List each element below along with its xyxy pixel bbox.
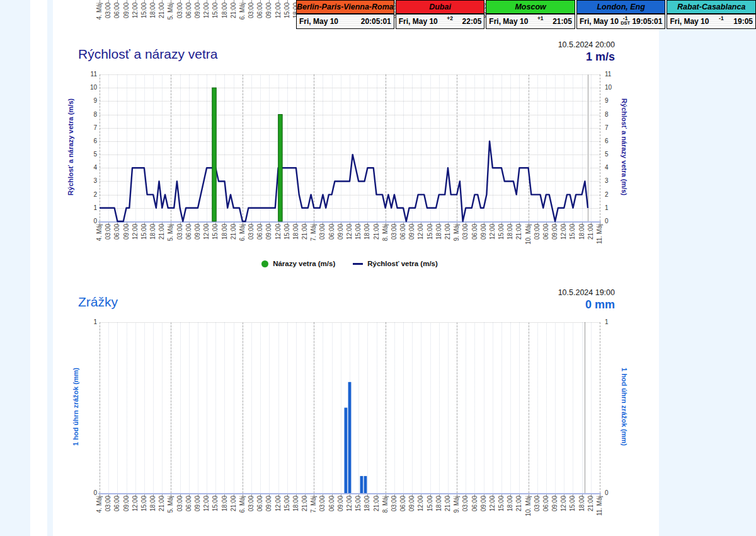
x-tick-label: 18:00 bbox=[292, 224, 300, 262]
world-clock-strip: Berlin-Paris-Vienna-RomaFri, May 1020:05… bbox=[296, 0, 756, 29]
x-tick-label: 10. Máj bbox=[525, 224, 532, 262]
precip-bar bbox=[360, 476, 364, 493]
clock-time: 19:05 bbox=[733, 17, 753, 26]
x-tick-label: 18:00 bbox=[292, 496, 300, 533]
x-tick-label: 21:00 bbox=[444, 224, 452, 262]
x-tick-label: 21:00 bbox=[158, 224, 166, 262]
x-tick-label: 09:00 bbox=[337, 496, 345, 533]
x-tick-label: 4. Máj bbox=[96, 224, 103, 262]
x-tick-label: 12:00 bbox=[132, 496, 139, 533]
x-tick-label: 5. Máj bbox=[167, 496, 175, 533]
x-tick-label: 12:00 bbox=[275, 224, 282, 262]
precip-current-timestamp: 10.5.2024 19:00 bbox=[558, 288, 615, 297]
wind-plot bbox=[100, 74, 600, 223]
x-tick-label: 06:00 bbox=[399, 224, 407, 262]
x-tick-label: 12:00 bbox=[417, 496, 425, 533]
precip-chart-title: Zrážky bbox=[78, 294, 118, 310]
precip-bar bbox=[348, 382, 352, 493]
x-tick-label: 06:00 bbox=[185, 224, 193, 262]
wind-current-timestamp: 10.5.2024 20:00 bbox=[558, 40, 615, 49]
y-tick-label: 4 bbox=[605, 164, 621, 172]
x-tick-label: 03:00 bbox=[534, 224, 541, 262]
x-tick-label: 15:00 bbox=[212, 224, 219, 262]
x-tick-label: 12:00 bbox=[275, 3, 282, 40]
x-tick-label: 21:00 bbox=[301, 496, 309, 533]
legend-item-label: Rýchlosť vetra (m/s) bbox=[367, 260, 438, 267]
x-tick-label: 18:00 bbox=[364, 496, 371, 533]
x-tick-label: 03:00 bbox=[462, 224, 469, 262]
x-tick-label: 03:00 bbox=[105, 3, 112, 40]
x-tick-label: 03:00 bbox=[248, 3, 255, 40]
x-tick-label: 15:00 bbox=[355, 496, 362, 533]
x-tick-label: 18:00 bbox=[221, 3, 229, 40]
x-tick-label: 4. Máj bbox=[96, 3, 103, 40]
x-tick-label: 11. Máj bbox=[596, 496, 604, 533]
world-clock: DubaiFri, May 10+222:05 bbox=[396, 0, 485, 29]
precip-plot bbox=[100, 322, 600, 494]
x-tick-label: 18:00 bbox=[149, 3, 157, 40]
x-tick-label: 18:00 bbox=[435, 496, 443, 533]
x-tick-label: 06:00 bbox=[113, 496, 121, 533]
x-tick-label: 12:00 bbox=[489, 224, 496, 262]
clock-time: 20:05:01 bbox=[361, 17, 391, 26]
clock-date: Fri, May 10 bbox=[399, 17, 438, 26]
y-tick-label: 11 bbox=[81, 71, 97, 78]
x-tick-label: 18:00 bbox=[435, 224, 443, 262]
x-tick-label: 15:00 bbox=[284, 224, 291, 262]
clock-time: 19:05:01 bbox=[632, 17, 662, 26]
x-tick-label: 12:00 bbox=[132, 3, 139, 40]
x-tick-label: 06:00 bbox=[328, 224, 336, 262]
x-tick-label: 8. Máj bbox=[382, 224, 389, 262]
x-tick-label: 06:00 bbox=[399, 496, 407, 533]
x-tick-label: 03:00 bbox=[462, 496, 469, 533]
x-tick-label: 18:00 bbox=[507, 496, 514, 533]
y-tick-label: 5 bbox=[81, 151, 97, 158]
world-clock: Rabat-CasablancaFri, May 10-119:05 bbox=[667, 0, 756, 29]
x-tick-label: 21:00 bbox=[373, 496, 381, 533]
x-tick-label: 09:00 bbox=[551, 224, 559, 262]
x-tick-label: 03:00 bbox=[176, 3, 184, 40]
wind-current-value: 1 m/s bbox=[586, 50, 615, 64]
weather-dashboard-page: Berlin-Paris-Vienna-RomaFri, May 1020:05… bbox=[0, 0, 756, 536]
x-tick-label: 03:00 bbox=[176, 224, 184, 262]
y-tick-label: 2 bbox=[81, 191, 97, 199]
wind-gust-bar bbox=[278, 115, 282, 222]
y-tick-label: 1 bbox=[605, 204, 621, 212]
x-tick-label: 15:00 bbox=[284, 3, 291, 40]
y-tick-label: 10 bbox=[605, 84, 621, 91]
x-tick-label: 18:00 bbox=[364, 224, 371, 262]
y-tick-label: 1 bbox=[605, 318, 621, 326]
x-tick-label: 06:00 bbox=[471, 496, 479, 533]
clock-utc-offset: +1 bbox=[528, 15, 553, 21]
x-tick-label: 15:00 bbox=[355, 224, 362, 262]
y-tick-label: 8 bbox=[81, 111, 97, 119]
x-tick-label: 09:00 bbox=[265, 496, 273, 533]
x-tick-label: 21:00 bbox=[373, 224, 381, 262]
x-tick-label: 06:00 bbox=[542, 224, 550, 262]
x-tick-label: 06:00 bbox=[256, 3, 264, 40]
y-tick-label: 9 bbox=[605, 97, 621, 105]
x-tick-label: 09:00 bbox=[123, 3, 130, 40]
x-tick-label: 06:00 bbox=[256, 496, 264, 533]
clock-city-label: Dubai bbox=[396, 1, 484, 15]
x-tick-label: 18:00 bbox=[221, 496, 229, 533]
y-tick-label: 5 bbox=[605, 151, 621, 158]
y-tick-label: 0 bbox=[81, 489, 97, 497]
y-tick-label: 7 bbox=[81, 124, 97, 132]
x-tick-label: 03:00 bbox=[319, 496, 326, 533]
wind-gust-bar bbox=[212, 88, 216, 221]
x-tick-label: 06:00 bbox=[113, 224, 121, 262]
y-tick-label: 2 bbox=[605, 191, 621, 199]
x-tick-label: 10. Máj bbox=[525, 496, 532, 533]
x-tick-label: 21:00 bbox=[515, 224, 523, 262]
x-tick-label: 09:00 bbox=[408, 496, 416, 533]
charts-render-layer: 4. Máj03:0006:0009:0012:0015:0018:0021:0… bbox=[0, 0, 756, 536]
x-tick-label: 06:00 bbox=[542, 496, 550, 533]
legend-item-speed: Rýchlosť vetra (m/s) bbox=[353, 260, 438, 267]
x-tick-label: 12:00 bbox=[560, 496, 568, 533]
x-tick-label: 03:00 bbox=[248, 224, 255, 262]
x-tick-label: 15:00 bbox=[498, 496, 505, 533]
x-tick-label: 15:00 bbox=[427, 496, 434, 533]
x-tick-label: 12:00 bbox=[346, 224, 353, 262]
x-tick-label: 03:00 bbox=[105, 224, 112, 262]
